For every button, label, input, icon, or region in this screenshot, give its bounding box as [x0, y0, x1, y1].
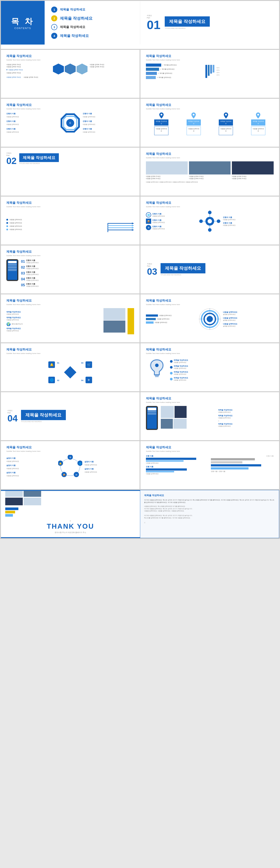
- hex-title: 제목을 작성하세요: [6, 54, 134, 58]
- contents-item-2: 2 제목을 작성하세요: [51, 15, 134, 22]
- ty-photo-1: [5, 490, 23, 497]
- slide-gear: 제목을 작성하세요 Subtitle Text Here button lead…: [140, 196, 279, 245]
- img3-photo-1: [146, 161, 188, 175]
- barchart-title: 제목을 작성하세요: [146, 445, 274, 450]
- target-svg: [199, 308, 221, 330]
- mobile2-photo-3: [161, 419, 173, 429]
- part01-subtitle: TITLES AND KEYWORDS: [165, 27, 210, 29]
- svg-point-20: [199, 219, 203, 223]
- part04-num: 04: [7, 414, 18, 423]
- thankyou-sub: 문의사항 주소지 대표전화 홈페이지 주소: [5, 531, 136, 534]
- svg-marker-9: [132, 229, 134, 231]
- octagon-svg: C: [60, 113, 80, 133]
- contents-text-3: 제목을 작성하세요: [60, 25, 85, 29]
- cycle-svg: ⚙ 🌐 ✉ 📦 🔔: [58, 455, 82, 479]
- contents-num-2: 2: [51, 15, 57, 22]
- globe-title: 제목을 작성하세요: [6, 299, 134, 303]
- cycle-subtitle: Subtitle Text Here button leading home h…: [6, 450, 134, 452]
- svg-text:✉: ✉: [76, 474, 77, 476]
- svg-text:04: 04: [81, 379, 83, 381]
- barchart-subtitle: Subtitle Text Here button leading home h…: [146, 450, 274, 452]
- hex-subtitle: Subtitle Text Here button leading home h…: [6, 59, 134, 61]
- mobile2-title: 제목을 작성하세요: [146, 397, 274, 401]
- svg-point-21: [217, 219, 220, 223]
- svg-point-43: [155, 364, 159, 367]
- svg-text:🔔: 🔔: [59, 462, 62, 465]
- mobile2-mockup: [146, 406, 158, 430]
- svg-point-4: [161, 114, 162, 116]
- pin-icon-4: [256, 113, 260, 119]
- ty-photo-4: [24, 498, 41, 505]
- pencil-bar-1: [146, 64, 161, 67]
- slide-octagon: 제목을 작성하세요 Subtitle Text Here button lead…: [1, 99, 140, 147]
- slide-arrows: 제목을 작성하세요 Subtitle Text Here button lead…: [1, 196, 140, 245]
- pencil-3: [210, 65, 212, 73]
- note-extra: 내용을 입력하세요. 텍스트를 입력하려면 여기를 클릭하세요. 여기에 내용을…: [144, 505, 275, 524]
- gear-title: 제목을 작성하세요: [146, 201, 274, 205]
- ty-photo-2: [24, 490, 41, 497]
- note-title: 제목을 작성하세요: [144, 494, 275, 497]
- contents-num-1: 1: [51, 6, 57, 13]
- cycle-title: 제목을 작성하세요: [6, 445, 134, 450]
- svg-text:⚙: ⚙: [69, 456, 71, 459]
- hex-desc-right: 내용을 입력해 주세요내용을 입력해 주세요: [90, 64, 134, 68]
- part02-kw: 키워드: [6, 152, 17, 154]
- gear-network-svg: [199, 210, 221, 232]
- part03-subtitle: TITLES AND KEYWORDS: [161, 274, 206, 276]
- hex-shape-2: [65, 64, 76, 74]
- cubes-title: 제목을 작성하세요: [6, 348, 134, 351]
- svg-marker-11: [132, 225, 134, 226]
- slide-mobile: 제목을 작성하세요 Subtitle Text Here button lead…: [1, 245, 140, 293]
- svg-point-5: [193, 114, 194, 116]
- svg-text:🛒: 🛒: [87, 363, 91, 367]
- pin-icon-1: [159, 113, 164, 119]
- part02-title: 제목을 작성하세요: [19, 153, 59, 162]
- slide-hex: 제목을 작성하세요 Subtitle Text Here button lead…: [1, 50, 140, 98]
- bulb-subtitle: Subtitle Text Here button leading home h…: [146, 352, 274, 354]
- pencil-2: [208, 65, 209, 76]
- slide-contents: 목 차 CONTENTS 1 제목을 작성하세요 2 제목을 작성하세요 3 제…: [1, 1, 279, 49]
- svg-marker-8: [132, 222, 134, 224]
- ty-photo-3: [5, 498, 23, 505]
- target-subtitle: Subtitle Text Here button leading home h…: [146, 304, 274, 306]
- slide-part03: 키워드 Part 03 제목을 작성하세요 TITLES AND KEYWORD…: [140, 245, 279, 293]
- pins-subtitle: Subtitle Text Here button leading home h…: [146, 108, 274, 110]
- slide-part04: 키워드 Part 04 제목을 작성하세요 TITLES AND KEYWORD…: [1, 392, 140, 440]
- target-title: 제목을 작성하세요: [146, 299, 274, 303]
- svg-point-19: [208, 228, 212, 232]
- slide-thankyou: C THANK YOU 문의사항 주소지 대표전화 홈페이지 주소 제목을 작성…: [1, 490, 279, 538]
- pin-icon-3: [224, 113, 228, 119]
- arrows-subtitle: Subtitle Text Here button leading home h…: [6, 206, 134, 208]
- arrows-svg: [106, 210, 134, 237]
- svg-text:✈: ✈: [87, 378, 90, 382]
- slide-pencil: 제목을 작성하세요 Subtitle Text Here button lead…: [140, 50, 279, 98]
- svg-text:03: 03: [81, 362, 83, 364]
- slide-barchart: 제목을 작성하세요 Subtitle Text Here button lead…: [140, 441, 279, 489]
- globe-building: [104, 308, 125, 334]
- octagon-title: 제목을 작성하세요: [6, 103, 134, 107]
- mobile2-photo-4: [173, 419, 187, 429]
- svg-point-13: [207, 219, 212, 223]
- mobile2-subtitle: Subtitle Text Here button leading home h…: [146, 401, 274, 403]
- img3-desc: 내용을 입력하세요 내용을 입력하세요 내용을 입력하세요 내용을 입력하세요: [146, 181, 274, 183]
- part03-title: 제목을 작성하세요: [161, 263, 206, 273]
- mobile2-photo-1: [161, 406, 174, 418]
- cubes-svg: 🔔 🛒 🌐 ✈ 01 03 02 04: [46, 357, 94, 388]
- part01-title: 제목을 작성하세요: [165, 17, 210, 27]
- globe-accent: [128, 308, 134, 334]
- img3-title: 제목을 작성하세요: [146, 152, 274, 156]
- part01-keyword: 키워드: [147, 14, 160, 17]
- part03-kw: 키워드: [147, 263, 157, 265]
- thankyou-text: THANK YOU: [5, 522, 136, 530]
- pencil-bar-4: [146, 76, 156, 79]
- svg-text:📦: 📦: [63, 473, 66, 476]
- globe-subtitle: Subtitle Text Here button leading home h…: [6, 304, 134, 306]
- part02-subtitle: TITLES AND KEYWORDS: [19, 162, 59, 164]
- bulb-svg: [148, 358, 166, 382]
- slide-bulb: 제목을 작성하세요 Subtitle Text Here button lead…: [140, 343, 279, 391]
- slide-grid: 목 차 CONTENTS 1 제목을 작성하세요 2 제목을 작성하세요 3 제…: [0, 0, 280, 539]
- slide-3images: 제목을 작성하세요 Subtitle Text Here button lead…: [140, 148, 279, 196]
- hex-shape-1: [53, 64, 64, 74]
- svg-point-18: [208, 211, 212, 214]
- contents-num-3: 3: [51, 24, 57, 30]
